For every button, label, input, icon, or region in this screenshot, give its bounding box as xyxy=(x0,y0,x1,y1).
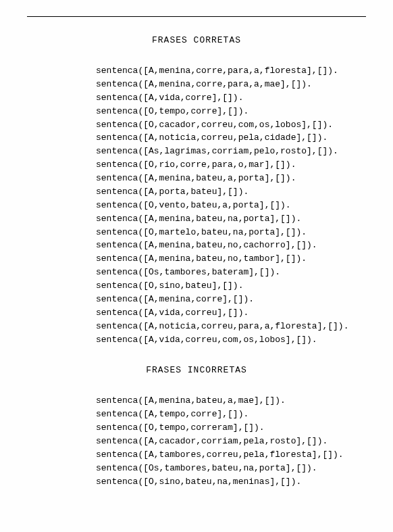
code-block-corretas: sentenca([A,menina,corre,para,a,floresta… xyxy=(27,64,366,346)
code-line: sentenca([O,rio,corre,para,o,mar],[]). xyxy=(96,158,366,172)
code-line: sentenca([A,tempo,corre],[]). xyxy=(96,408,366,421)
code-line: sentenca([A,tambores,correu,pela,florest… xyxy=(96,448,366,462)
top-border xyxy=(27,16,366,17)
code-line: sentenca([A,vida,correu,com,os,lobos],[]… xyxy=(96,333,366,347)
code-line: sentenca([O,martelo,bateu,na,porta],[]). xyxy=(96,226,366,239)
code-line: sentenca([A,cacador,corriam,pela,rosto],… xyxy=(96,435,366,448)
section-title-incorretas: FRASES INCORRETAS xyxy=(27,365,366,375)
code-line: sentenca([A,menina,bateu,a,porta],[]). xyxy=(96,172,366,185)
code-line: sentenca([A,menina,corre,para,a,mae],[])… xyxy=(96,78,366,91)
code-line: sentenca([A,vida,corre],[]). xyxy=(96,91,366,105)
code-block-incorretas: sentenca([A,menina,bateu,a,mae],[]).sent… xyxy=(27,394,366,488)
code-line: sentenca([O,sino,bateu],[]). xyxy=(96,279,366,293)
code-line: sentenca([A,noticia,correu,pela,cidade],… xyxy=(96,131,366,145)
code-line: sentenca([A,vida,correu],[]). xyxy=(96,306,366,320)
code-line: sentenca([A,porta,bateu],[]). xyxy=(96,185,366,199)
code-line: sentenca([O,tempo,corre],[]). xyxy=(96,105,366,118)
section-title-corretas: FRASES CORRETAS xyxy=(27,35,366,45)
code-line: sentenca([A,menina,bateu,a,mae],[]). xyxy=(96,394,366,408)
code-line: sentenca([O,tempo,correram],[]). xyxy=(96,421,366,435)
code-line: sentenca([O,sino,bateu,na,meninas],[]). xyxy=(96,475,366,489)
code-line: sentenca([A,menina,corre,para,a,floresta… xyxy=(96,64,366,78)
code-line: sentenca([As,lagrimas,corriam,pelo,rosto… xyxy=(96,145,366,158)
code-line: sentenca([O,vento,bateu,a,porta],[]). xyxy=(96,199,366,212)
code-line: sentenca([A,menina,corre],[]). xyxy=(96,293,366,306)
code-line: sentenca([A,noticia,correu,para,a,flores… xyxy=(96,320,366,333)
code-line: sentenca([Os,tambores,bateu,na,porta],[]… xyxy=(96,462,366,475)
code-line: sentenca([A,menina,bateu,na,porta],[]). xyxy=(96,212,366,226)
code-line: sentenca([O,cacador,correu,com,os,lobos]… xyxy=(96,118,366,132)
code-line: sentenca([Os,tambores,bateram],[]). xyxy=(96,266,366,279)
document-content: FRASES CORRETAS sentenca([A,menina,corre… xyxy=(0,0,393,489)
code-line: sentenca([A,menina,bateu,no,cachorro],[]… xyxy=(96,239,366,252)
code-line: sentenca([A,menina,bateu,no,tambor],[]). xyxy=(96,252,366,266)
